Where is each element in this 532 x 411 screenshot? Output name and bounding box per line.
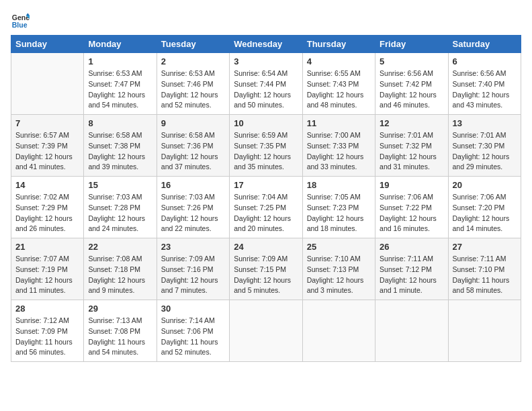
- calendar-cell: 9Sunrise: 6:58 AM Sunset: 7:36 PM Daylig…: [157, 115, 229, 177]
- day-number: 1: [88, 56, 152, 66]
- day-info: Sunrise: 7:09 AM Sunset: 7:16 PM Dayligh…: [161, 254, 225, 296]
- calendar-week-4: 21Sunrise: 7:07 AM Sunset: 7:19 PM Dayli…: [11, 238, 521, 300]
- calendar-cell: 28Sunrise: 7:12 AM Sunset: 7:09 PM Dayli…: [11, 300, 84, 362]
- calendar-cell: 30Sunrise: 7:14 AM Sunset: 7:06 PM Dayli…: [157, 300, 229, 362]
- day-number: 2: [161, 56, 225, 66]
- calendar-cell: [302, 300, 375, 362]
- day-info: Sunrise: 6:59 AM Sunset: 7:35 PM Dayligh…: [234, 130, 298, 173]
- day-number: 12: [380, 118, 443, 128]
- calendar-cell: 19Sunrise: 7:06 AM Sunset: 7:22 PM Dayli…: [375, 177, 448, 238]
- day-info: Sunrise: 6:54 AM Sunset: 7:44 PM Dayligh…: [234, 68, 298, 111]
- calendar-cell: 1Sunrise: 6:53 AM Sunset: 7:47 PM Daylig…: [84, 53, 157, 115]
- calendar-cell: 11Sunrise: 7:00 AM Sunset: 7:33 PM Dayli…: [302, 115, 375, 177]
- calendar-cell: 27Sunrise: 7:11 AM Sunset: 7:10 PM Dayli…: [448, 238, 521, 300]
- day-info: Sunrise: 7:05 AM Sunset: 7:23 PM Dayligh…: [307, 192, 371, 234]
- day-info: Sunrise: 7:09 AM Sunset: 7:15 PM Dayligh…: [234, 254, 298, 296]
- calendar-cell: 2Sunrise: 6:53 AM Sunset: 7:46 PM Daylig…: [157, 53, 229, 115]
- calendar-header-saturday: Saturday: [448, 36, 521, 53]
- calendar-cell: [448, 300, 521, 362]
- day-number: 22: [88, 242, 152, 252]
- calendar-week-3: 14Sunrise: 7:02 AM Sunset: 7:29 PM Dayli…: [11, 177, 521, 238]
- day-number: 5: [380, 56, 443, 66]
- day-info: Sunrise: 6:58 AM Sunset: 7:38 PM Dayligh…: [88, 130, 152, 173]
- calendar-header-friday: Friday: [375, 36, 448, 53]
- day-number: 26: [380, 242, 443, 252]
- day-info: Sunrise: 6:58 AM Sunset: 7:36 PM Dayligh…: [161, 130, 225, 173]
- calendar-header-tuesday: Tuesday: [157, 36, 229, 53]
- calendar-table: SundayMondayTuesdayWednesdayThursdayFrid…: [11, 35, 521, 362]
- day-number: 8: [88, 118, 152, 128]
- day-number: 25: [307, 242, 371, 252]
- calendar-cell: 17Sunrise: 7:04 AM Sunset: 7:25 PM Dayli…: [230, 177, 302, 238]
- day-info: Sunrise: 6:55 AM Sunset: 7:43 PM Dayligh…: [307, 68, 371, 111]
- day-number: 13: [453, 118, 517, 128]
- day-number: 28: [15, 304, 79, 314]
- calendar-cell: 8Sunrise: 6:58 AM Sunset: 7:38 PM Daylig…: [84, 115, 157, 177]
- day-info: Sunrise: 6:56 AM Sunset: 7:40 PM Dayligh…: [453, 68, 517, 111]
- day-info: Sunrise: 7:10 AM Sunset: 7:13 PM Dayligh…: [307, 254, 371, 296]
- calendar-header-thursday: Thursday: [302, 36, 375, 53]
- day-number: 20: [453, 180, 517, 190]
- day-info: Sunrise: 7:03 AM Sunset: 7:26 PM Dayligh…: [161, 192, 225, 234]
- day-number: 15: [88, 180, 152, 190]
- day-info: Sunrise: 6:57 AM Sunset: 7:39 PM Dayligh…: [15, 130, 79, 173]
- day-info: Sunrise: 7:11 AM Sunset: 7:12 PM Dayligh…: [380, 254, 443, 296]
- calendar-cell: 18Sunrise: 7:05 AM Sunset: 7:23 PM Dayli…: [302, 177, 375, 238]
- calendar-cell: 20Sunrise: 7:06 AM Sunset: 7:20 PM Dayli…: [448, 177, 521, 238]
- calendar-cell: 6Sunrise: 6:56 AM Sunset: 7:40 PM Daylig…: [448, 53, 521, 115]
- logo-icon: General Blue: [11, 11, 30, 30]
- day-info: Sunrise: 7:13 AM Sunset: 7:08 PM Dayligh…: [88, 316, 152, 358]
- logo: General Blue: [11, 11, 32, 30]
- calendar-cell: 4Sunrise: 6:55 AM Sunset: 7:43 PM Daylig…: [302, 53, 375, 115]
- calendar-cell: 14Sunrise: 7:02 AM Sunset: 7:29 PM Dayli…: [11, 177, 84, 238]
- calendar-cell: 10Sunrise: 6:59 AM Sunset: 7:35 PM Dayli…: [230, 115, 302, 177]
- calendar-header-row: SundayMondayTuesdayWednesdayThursdayFrid…: [11, 36, 521, 53]
- calendar-cell: 16Sunrise: 7:03 AM Sunset: 7:26 PM Dayli…: [157, 177, 229, 238]
- calendar-cell: 21Sunrise: 7:07 AM Sunset: 7:19 PM Dayli…: [11, 238, 84, 300]
- calendar-cell: 29Sunrise: 7:13 AM Sunset: 7:08 PM Dayli…: [84, 300, 157, 362]
- day-info: Sunrise: 7:11 AM Sunset: 7:10 PM Dayligh…: [453, 254, 517, 296]
- day-info: Sunrise: 7:03 AM Sunset: 7:28 PM Dayligh…: [88, 192, 152, 234]
- day-number: 10: [234, 118, 298, 128]
- calendar-header-monday: Monday: [84, 36, 157, 53]
- day-number: 30: [161, 304, 225, 314]
- day-number: 19: [380, 180, 443, 190]
- day-number: 16: [161, 180, 225, 190]
- calendar-week-5: 28Sunrise: 7:12 AM Sunset: 7:09 PM Dayli…: [11, 300, 521, 362]
- day-info: Sunrise: 7:14 AM Sunset: 7:06 PM Dayligh…: [161, 316, 225, 358]
- calendar-cell: [375, 300, 448, 362]
- day-info: Sunrise: 7:06 AM Sunset: 7:22 PM Dayligh…: [380, 192, 443, 234]
- calendar-cell: [11, 53, 84, 115]
- day-info: Sunrise: 7:02 AM Sunset: 7:29 PM Dayligh…: [15, 192, 79, 234]
- day-info: Sunrise: 7:01 AM Sunset: 7:30 PM Dayligh…: [453, 130, 517, 173]
- day-number: 14: [15, 180, 79, 190]
- calendar-cell: 12Sunrise: 7:01 AM Sunset: 7:32 PM Dayli…: [375, 115, 448, 177]
- calendar-header-sunday: Sunday: [11, 36, 84, 53]
- day-number: 17: [234, 180, 298, 190]
- calendar-week-1: 1Sunrise: 6:53 AM Sunset: 7:47 PM Daylig…: [11, 53, 521, 115]
- day-number: 24: [234, 242, 298, 252]
- calendar-body: 1Sunrise: 6:53 AM Sunset: 7:47 PM Daylig…: [11, 53, 521, 362]
- day-number: 23: [161, 242, 225, 252]
- calendar-cell: 7Sunrise: 6:57 AM Sunset: 7:39 PM Daylig…: [11, 115, 84, 177]
- page-header: General Blue: [11, 11, 521, 30]
- day-number: 18: [307, 180, 371, 190]
- day-number: 3: [234, 56, 298, 66]
- calendar-cell: 25Sunrise: 7:10 AM Sunset: 7:13 PM Dayli…: [302, 238, 375, 300]
- calendar-cell: [230, 300, 302, 362]
- svg-text:Blue: Blue: [12, 21, 28, 29]
- calendar-cell: 15Sunrise: 7:03 AM Sunset: 7:28 PM Dayli…: [84, 177, 157, 238]
- calendar-week-2: 7Sunrise: 6:57 AM Sunset: 7:39 PM Daylig…: [11, 115, 521, 177]
- day-number: 27: [453, 242, 517, 252]
- day-info: Sunrise: 6:56 AM Sunset: 7:42 PM Dayligh…: [380, 68, 443, 111]
- calendar-cell: 23Sunrise: 7:09 AM Sunset: 7:16 PM Dayli…: [157, 238, 229, 300]
- day-info: Sunrise: 7:01 AM Sunset: 7:32 PM Dayligh…: [380, 130, 443, 173]
- day-info: Sunrise: 7:00 AM Sunset: 7:33 PM Dayligh…: [307, 130, 371, 173]
- calendar-header-wednesday: Wednesday: [230, 36, 302, 53]
- day-info: Sunrise: 7:04 AM Sunset: 7:25 PM Dayligh…: [234, 192, 298, 234]
- calendar-cell: 3Sunrise: 6:54 AM Sunset: 7:44 PM Daylig…: [230, 53, 302, 115]
- day-number: 9: [161, 118, 225, 128]
- day-info: Sunrise: 7:07 AM Sunset: 7:19 PM Dayligh…: [15, 254, 79, 296]
- day-info: Sunrise: 7:08 AM Sunset: 7:18 PM Dayligh…: [88, 254, 152, 296]
- day-number: 11: [307, 118, 371, 128]
